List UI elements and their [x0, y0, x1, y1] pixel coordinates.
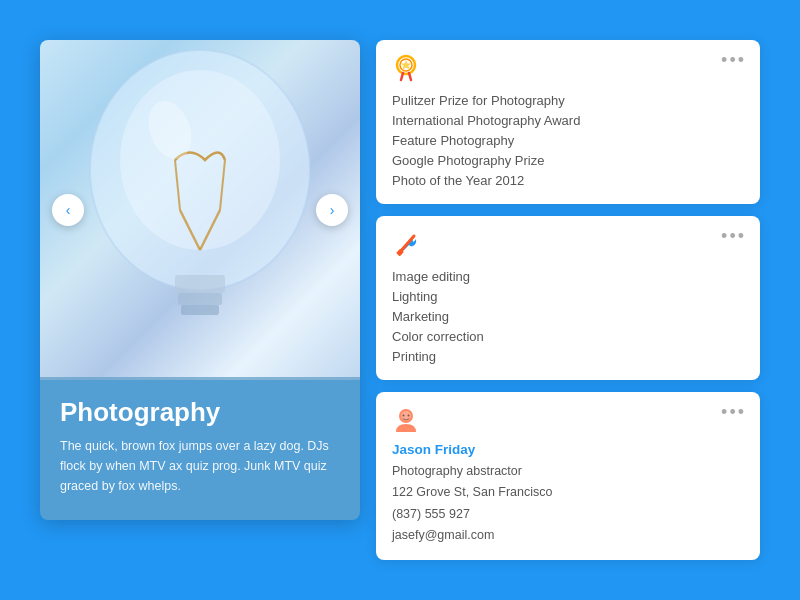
photo-title: Photography [60, 397, 340, 428]
svg-point-18 [401, 411, 411, 421]
list-item: Pulitzer Prize for Photography [392, 90, 744, 110]
svg-point-1 [120, 70, 280, 250]
contact-address: 122 Grove St, San Francisco [392, 482, 744, 503]
list-item: International Photography Award [392, 110, 744, 130]
main-container: ‹ › Photography The quick, brown fox jum… [40, 40, 760, 560]
contact-phone: (837) 555 927 [392, 504, 744, 525]
contact-title: Photography abstractor [392, 461, 744, 482]
svg-point-19 [403, 415, 405, 417]
contact-name: Jason Friday [392, 442, 744, 457]
list-item: Marketing [392, 306, 744, 326]
list-item: Color correction [392, 326, 744, 346]
photo-description: The quick, brown fox jumps over a lazy d… [60, 436, 340, 496]
photo-area: ‹ › [40, 40, 360, 380]
svg-rect-6 [175, 275, 225, 293]
contact-email: jasefy@gmail.com [392, 525, 744, 546]
skills-list: Image editing Lighting Marketing Color c… [392, 266, 744, 366]
svg-rect-8 [181, 305, 219, 315]
skills-menu[interactable]: ••• [721, 226, 746, 247]
list-item: Photo of the Year 2012 [392, 170, 744, 190]
prev-button[interactable]: ‹ [52, 194, 84, 226]
bulb-illustration [60, 40, 340, 380]
award-icon [392, 54, 420, 82]
next-icon: › [330, 202, 335, 218]
prev-icon: ‹ [66, 202, 71, 218]
tools-icon [392, 230, 420, 258]
next-button[interactable]: › [316, 194, 348, 226]
right-column: ••• Pulitzer Prize for Photography Inter… [376, 40, 760, 560]
awards-list: Pulitzer Prize for Photography Internati… [392, 90, 744, 190]
svg-point-20 [408, 415, 410, 417]
awards-menu[interactable]: ••• [721, 50, 746, 71]
contact-details: Photography abstractor 122 Grove St, San… [392, 461, 744, 546]
photo-caption: Photography The quick, brown fox jumps o… [40, 377, 360, 520]
contact-avatar-icon [392, 406, 420, 434]
contact-menu[interactable]: ••• [721, 402, 746, 423]
contact-card: ••• Jason Friday Photography abstractor … [376, 392, 760, 560]
skills-card: ••• Image editing Lighting Marketing Col… [376, 216, 760, 380]
photo-card: ‹ › Photography The quick, brown fox jum… [40, 40, 360, 520]
list-item: Image editing [392, 266, 744, 286]
svg-rect-7 [178, 293, 222, 305]
list-item: Printing [392, 346, 744, 366]
list-item: Feature Photography [392, 130, 744, 150]
list-item: Lighting [392, 286, 744, 306]
list-item: Google Photography Prize [392, 150, 744, 170]
awards-card: ••• Pulitzer Prize for Photography Inter… [376, 40, 760, 204]
svg-marker-12 [401, 60, 411, 70]
